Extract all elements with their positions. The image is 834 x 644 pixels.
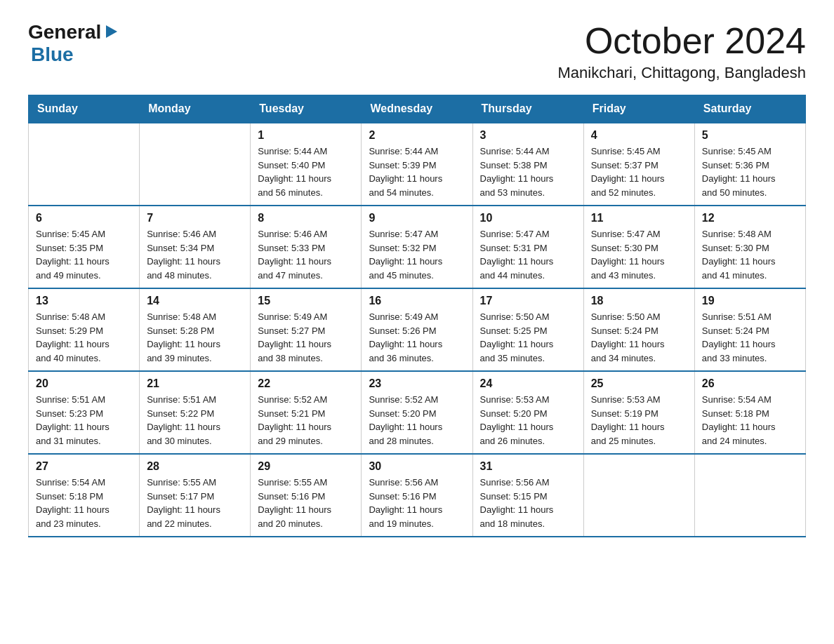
day-info: Sunrise: 5:56 AMSunset: 5:16 PMDaylight:… [369, 476, 465, 530]
day-number: 28 [147, 460, 243, 473]
day-number: 13 [36, 295, 132, 307]
calendar-cell: 9Sunrise: 5:47 AMSunset: 5:32 PMDaylight… [362, 206, 472, 288]
day-info: Sunrise: 5:53 AMSunset: 5:20 PMDaylight:… [480, 393, 576, 448]
calendar-cell: 30Sunrise: 5:56 AMSunset: 5:16 PMDayligh… [362, 454, 472, 537]
day-number: 26 [702, 377, 798, 390]
day-info: Sunrise: 5:48 AMSunset: 5:28 PMDaylight:… [147, 310, 243, 365]
page-title: October 2024 [558, 21, 806, 61]
day-info: Sunrise: 5:51 AMSunset: 5:24 PMDaylight:… [702, 310, 798, 365]
day-number: 3 [480, 129, 576, 142]
day-number: 11 [591, 212, 687, 224]
day-info: Sunrise: 5:54 AMSunset: 5:18 PMDaylight:… [702, 393, 798, 448]
day-info: Sunrise: 5:45 AMSunset: 5:36 PMDaylight:… [702, 145, 798, 199]
day-number: 2 [369, 129, 465, 142]
day-info: Sunrise: 5:44 AMSunset: 5:40 PMDaylight:… [258, 145, 354, 199]
calendar-cell: 10Sunrise: 5:47 AMSunset: 5:31 PMDayligh… [472, 206, 583, 288]
calendar-header-sunday: Sunday [29, 95, 140, 123]
calendar-cell: 22Sunrise: 5:52 AMSunset: 5:21 PMDayligh… [251, 371, 362, 454]
calendar-cell: 17Sunrise: 5:50 AMSunset: 5:25 PMDayligh… [472, 288, 583, 371]
calendar-cell: 12Sunrise: 5:48 AMSunset: 5:30 PMDayligh… [694, 206, 805, 288]
calendar-cell: 11Sunrise: 5:47 AMSunset: 5:30 PMDayligh… [583, 206, 694, 288]
calendar-cell: 31Sunrise: 5:56 AMSunset: 5:15 PMDayligh… [472, 454, 583, 537]
day-number: 10 [480, 212, 576, 224]
day-number: 14 [147, 295, 243, 307]
day-number: 30 [369, 460, 465, 473]
day-info: Sunrise: 5:45 AMSunset: 5:37 PMDaylight:… [591, 145, 687, 199]
day-info: Sunrise: 5:46 AMSunset: 5:34 PMDaylight:… [147, 227, 243, 282]
day-info: Sunrise: 5:55 AMSunset: 5:17 PMDaylight:… [147, 476, 243, 530]
calendar-cell: 14Sunrise: 5:48 AMSunset: 5:28 PMDayligh… [140, 288, 251, 371]
calendar-cell: 24Sunrise: 5:53 AMSunset: 5:20 PMDayligh… [472, 371, 583, 454]
calendar-cell: 18Sunrise: 5:50 AMSunset: 5:24 PMDayligh… [583, 288, 694, 371]
day-info: Sunrise: 5:51 AMSunset: 5:23 PMDaylight:… [36, 393, 132, 448]
calendar-cell: 26Sunrise: 5:54 AMSunset: 5:18 PMDayligh… [694, 371, 805, 454]
calendar-cell: 5Sunrise: 5:45 AMSunset: 5:36 PMDaylight… [694, 123, 805, 206]
calendar-cell: 28Sunrise: 5:55 AMSunset: 5:17 PMDayligh… [140, 454, 251, 537]
day-number: 5 [702, 129, 798, 142]
calendar-cell: 1Sunrise: 5:44 AMSunset: 5:40 PMDaylight… [251, 123, 362, 206]
calendar-cell: 2Sunrise: 5:44 AMSunset: 5:39 PMDaylight… [362, 123, 472, 206]
calendar-cell: 13Sunrise: 5:48 AMSunset: 5:29 PMDayligh… [29, 288, 140, 371]
day-info: Sunrise: 5:47 AMSunset: 5:32 PMDaylight:… [369, 227, 465, 282]
title-area: October 2024 Manikchari, Chittagong, Ban… [558, 21, 806, 82]
calendar-header-thursday: Thursday [472, 95, 583, 123]
day-number: 24 [480, 377, 576, 390]
day-info: Sunrise: 5:55 AMSunset: 5:16 PMDaylight:… [258, 476, 354, 530]
day-info: Sunrise: 5:48 AMSunset: 5:30 PMDaylight:… [702, 227, 798, 282]
calendar-cell: 27Sunrise: 5:54 AMSunset: 5:18 PMDayligh… [29, 454, 140, 537]
day-number: 8 [258, 212, 354, 224]
page-header: General Blue October 2024 Manikchari, Ch… [28, 21, 806, 82]
day-info: Sunrise: 5:49 AMSunset: 5:27 PMDaylight:… [258, 310, 354, 365]
calendar-cell [583, 454, 694, 537]
day-number: 27 [36, 460, 132, 473]
calendar-cell: 4Sunrise: 5:45 AMSunset: 5:37 PMDaylight… [583, 123, 694, 206]
calendar-header-saturday: Saturday [694, 95, 805, 123]
day-number: 1 [258, 129, 354, 142]
svg-marker-0 [106, 25, 117, 38]
day-info: Sunrise: 5:44 AMSunset: 5:38 PMDaylight:… [480, 145, 576, 199]
calendar-cell: 19Sunrise: 5:51 AMSunset: 5:24 PMDayligh… [694, 288, 805, 371]
day-number: 17 [480, 295, 576, 307]
calendar-week-4: 20Sunrise: 5:51 AMSunset: 5:23 PMDayligh… [29, 371, 806, 454]
day-info: Sunrise: 5:48 AMSunset: 5:29 PMDaylight:… [36, 310, 132, 365]
day-number: 29 [258, 460, 354, 473]
calendar-cell: 6Sunrise: 5:45 AMSunset: 5:35 PMDaylight… [29, 206, 140, 288]
day-info: Sunrise: 5:47 AMSunset: 5:31 PMDaylight:… [480, 227, 576, 282]
day-number: 22 [258, 377, 354, 390]
day-number: 31 [480, 460, 576, 473]
day-info: Sunrise: 5:47 AMSunset: 5:30 PMDaylight:… [591, 227, 687, 282]
calendar-cell: 16Sunrise: 5:49 AMSunset: 5:26 PMDayligh… [362, 288, 472, 371]
calendar-header-monday: Monday [140, 95, 251, 123]
day-number: 6 [36, 212, 132, 224]
logo-arrow-icon [103, 24, 119, 39]
day-number: 18 [591, 295, 687, 307]
day-number: 16 [369, 295, 465, 307]
day-info: Sunrise: 5:49 AMSunset: 5:26 PMDaylight:… [369, 310, 465, 365]
day-info: Sunrise: 5:50 AMSunset: 5:24 PMDaylight:… [591, 310, 687, 365]
logo-blue-text: Blue [31, 43, 74, 65]
calendar-header-friday: Friday [583, 95, 694, 123]
day-info: Sunrise: 5:46 AMSunset: 5:33 PMDaylight:… [258, 227, 354, 282]
day-info: Sunrise: 5:51 AMSunset: 5:22 PMDaylight:… [147, 393, 243, 448]
page-subtitle: Manikchari, Chittagong, Bangladesh [558, 64, 806, 82]
day-info: Sunrise: 5:54 AMSunset: 5:18 PMDaylight:… [36, 476, 132, 530]
calendar-header-tuesday: Tuesday [251, 95, 362, 123]
calendar-cell: 8Sunrise: 5:46 AMSunset: 5:33 PMDaylight… [251, 206, 362, 288]
calendar-cell [29, 123, 140, 206]
day-number: 21 [147, 377, 243, 390]
calendar-week-3: 13Sunrise: 5:48 AMSunset: 5:29 PMDayligh… [29, 288, 806, 371]
calendar-cell: 15Sunrise: 5:49 AMSunset: 5:27 PMDayligh… [251, 288, 362, 371]
day-number: 12 [702, 212, 798, 224]
day-number: 25 [591, 377, 687, 390]
day-number: 20 [36, 377, 132, 390]
day-info: Sunrise: 5:44 AMSunset: 5:39 PMDaylight:… [369, 145, 465, 199]
day-number: 9 [369, 212, 465, 224]
calendar-cell [694, 454, 805, 537]
calendar-cell: 29Sunrise: 5:55 AMSunset: 5:16 PMDayligh… [251, 454, 362, 537]
calendar-week-1: 1Sunrise: 5:44 AMSunset: 5:40 PMDaylight… [29, 123, 806, 206]
calendar-cell: 7Sunrise: 5:46 AMSunset: 5:34 PMDaylight… [140, 206, 251, 288]
day-info: Sunrise: 5:56 AMSunset: 5:15 PMDaylight:… [480, 476, 576, 530]
logo-general-text: General [28, 21, 101, 43]
calendar-cell: 23Sunrise: 5:52 AMSunset: 5:20 PMDayligh… [362, 371, 472, 454]
calendar-cell [140, 123, 251, 206]
